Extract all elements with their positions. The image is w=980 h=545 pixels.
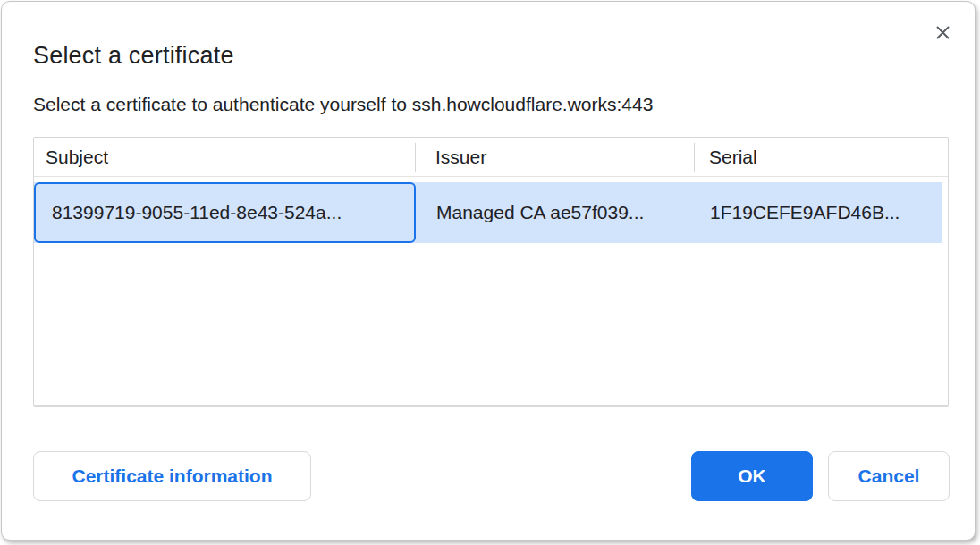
table-header-row: Subject Issuer Serial bbox=[34, 138, 948, 177]
column-header-serial: Serial bbox=[695, 138, 942, 176]
certificate-information-button[interactable]: Certificate information bbox=[33, 451, 311, 501]
column-header-label: Serial bbox=[709, 147, 757, 168]
certificate-list: 81399719-9055-11ed-8e43-524a... Managed … bbox=[34, 182, 948, 407]
issuer-value: Managed CA ae57f039... bbox=[436, 202, 644, 223]
certificate-table: Subject Issuer Serial 81399719-9055-11ed… bbox=[33, 137, 949, 407]
scrollbar-gutter bbox=[942, 138, 948, 176]
certificate-row-selected[interactable]: 81399719-9055-11ed-8e43-524a... Managed … bbox=[34, 182, 942, 243]
cell-serial[interactable]: 1F19CEFE9AFD46B... bbox=[695, 182, 942, 243]
serial-value: 1F19CEFE9AFD46B... bbox=[710, 202, 900, 223]
close-icon bbox=[935, 25, 950, 40]
cancel-button[interactable]: Cancel bbox=[828, 451, 950, 501]
column-header-label: Issuer bbox=[435, 147, 486, 168]
column-header-subject: Subject bbox=[34, 138, 415, 176]
column-header-issuer: Issuer bbox=[416, 138, 694, 176]
dialog-subtitle: Select a certificate to authenticate you… bbox=[33, 92, 653, 117]
select-certificate-dialog: Select a certificate Select a certificat… bbox=[1, 1, 976, 541]
column-header-label: Subject bbox=[46, 147, 108, 168]
dialog-title: Select a certificate bbox=[33, 41, 234, 70]
cell-subject[interactable]: 81399719-9055-11ed-8e43-524a... bbox=[34, 182, 416, 243]
close-button[interactable] bbox=[930, 20, 955, 45]
subject-value: 81399719-9055-11ed-8e43-524a... bbox=[52, 202, 342, 223]
screen: Select a certificate Select a certificat… bbox=[0, 0, 980, 545]
cell-issuer[interactable]: Managed CA ae57f039... bbox=[416, 182, 695, 243]
ok-button[interactable]: OK bbox=[691, 451, 813, 501]
